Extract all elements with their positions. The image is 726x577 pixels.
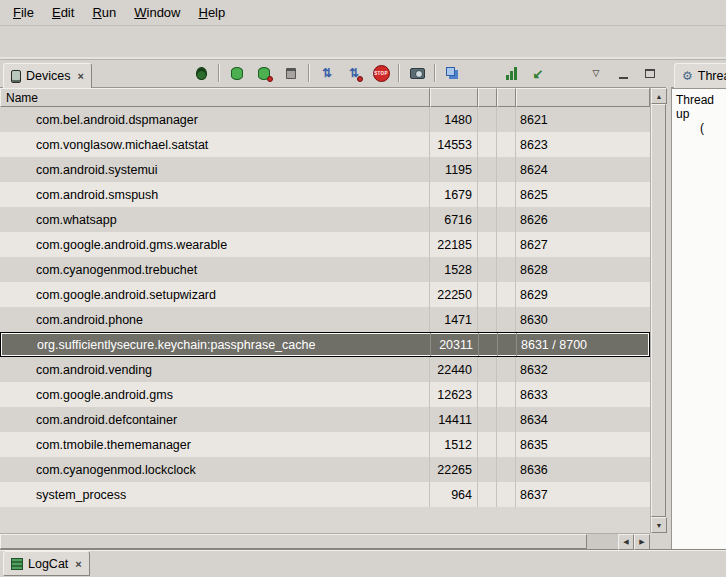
menu-run[interactable]: Run bbox=[83, 0, 125, 25]
horizontal-scroll-area: ◀ ▶ bbox=[0, 533, 666, 549]
update-threads-button[interactable]: ⇅ bbox=[317, 63, 337, 83]
devices-view: Devices × bbox=[0, 60, 666, 549]
table-row[interactable]: com.cyanogenmod.lockclock222658636 bbox=[0, 457, 650, 482]
tab-devices-label: Devices bbox=[26, 69, 70, 83]
process-port: 8636 bbox=[516, 457, 650, 482]
camera-icon bbox=[410, 68, 425, 79]
status-cell bbox=[478, 407, 497, 432]
bars-icon bbox=[506, 67, 517, 80]
scroll-up-button[interactable]: ▲ bbox=[651, 88, 667, 104]
tab-logcat[interactable]: LogCat × bbox=[3, 551, 90, 576]
scroll-left-button[interactable]: ◀ bbox=[618, 534, 634, 550]
opengl-trace-button[interactable]: ↙ bbox=[528, 63, 548, 83]
process-table: Name com.bel.android.dspmanager14808621c… bbox=[0, 88, 666, 533]
vertical-scrollbar[interactable]: ▲ ▼ bbox=[650, 88, 666, 533]
table-header: Name bbox=[0, 88, 650, 107]
table-row[interactable]: com.bel.android.dspmanager14808621 bbox=[0, 107, 650, 132]
status-cell bbox=[478, 132, 497, 157]
threads-view: ⚙ Threads Thread up ( bbox=[671, 60, 726, 549]
process-name: com.cyanogenmod.lockclock bbox=[0, 457, 430, 482]
threads-message-line2: ( bbox=[700, 121, 726, 135]
table-row[interactable]: system_process9648637 bbox=[0, 482, 650, 507]
update-threads-icon: ⇅ bbox=[322, 67, 332, 79]
table-row[interactable]: com.google.android.setupwizard222508629 bbox=[0, 282, 650, 307]
horizontal-scrollbar[interactable]: ◀ ▶ bbox=[0, 533, 650, 549]
update-heap-button[interactable] bbox=[227, 63, 247, 83]
column-header-status2[interactable] bbox=[497, 88, 516, 107]
table-row[interactable]: com.google.android.gms.wearable221858627 bbox=[0, 232, 650, 257]
process-pid: 964 bbox=[430, 482, 478, 507]
tab-threads[interactable]: ⚙ Threads bbox=[674, 63, 726, 88]
status-cell bbox=[478, 482, 497, 507]
status-cell bbox=[478, 307, 497, 332]
column-header-pid[interactable] bbox=[430, 88, 478, 107]
logcat-icon bbox=[11, 558, 23, 570]
hprof-dot-icon bbox=[267, 76, 273, 82]
main-toolbar-strip bbox=[0, 26, 726, 60]
stop-icon: STOP bbox=[373, 65, 390, 82]
process-port: 8630 bbox=[516, 307, 650, 332]
table-row[interactable]: com.cyanogenmod.trebuchet15288628 bbox=[0, 257, 650, 282]
table-row[interactable]: com.android.vending224408632 bbox=[0, 357, 650, 382]
process-name: com.bel.android.dspmanager bbox=[0, 107, 430, 132]
minimize-button[interactable] bbox=[613, 63, 633, 83]
horizontal-scroll-thumb[interactable] bbox=[0, 534, 587, 549]
column-header-port[interactable] bbox=[516, 88, 650, 107]
table-row[interactable]: com.tmobile.thememanager15128635 bbox=[0, 432, 650, 457]
table-row[interactable]: com.android.defcontainer144118634 bbox=[0, 407, 650, 432]
vertical-scroll-track[interactable] bbox=[651, 104, 666, 517]
table-row[interactable]: com.android.smspush16798625 bbox=[0, 182, 650, 207]
table-row[interactable]: com.google.android.gms126238633 bbox=[0, 382, 650, 407]
view-hierarchy-button[interactable] bbox=[443, 63, 463, 83]
screen-capture-button[interactable] bbox=[407, 63, 427, 83]
process-port: 8637 bbox=[516, 482, 650, 507]
table-row[interactable]: com.android.systemui11958624 bbox=[0, 157, 650, 182]
close-icon[interactable]: × bbox=[73, 558, 81, 570]
table-row[interactable]: com.vonglasow.michael.satstat145538623 bbox=[0, 132, 650, 157]
process-name: system_process bbox=[0, 482, 430, 507]
menu-file[interactable]: File bbox=[4, 0, 43, 25]
process-name: com.tmobile.thememanager bbox=[0, 432, 430, 457]
tab-devices[interactable]: Devices × bbox=[3, 63, 92, 88]
up-arrow-icon: ▲ bbox=[656, 93, 663, 100]
status-cell bbox=[497, 207, 516, 232]
table-row[interactable]: com.android.phone14718630 bbox=[0, 307, 650, 332]
column-header-name[interactable]: Name bbox=[0, 88, 430, 107]
dump-hprof-button[interactable] bbox=[254, 63, 274, 83]
process-port: 8623 bbox=[516, 132, 650, 157]
status-cell bbox=[498, 333, 517, 356]
process-name: com.google.android.gms bbox=[0, 382, 430, 407]
debug-process-button[interactable] bbox=[191, 63, 211, 83]
vertical-scroll-thumb[interactable] bbox=[651, 104, 666, 517]
table-row[interactable]: org.sufficientlysecure.keychain:passphra… bbox=[0, 332, 650, 357]
status-cell bbox=[478, 457, 497, 482]
column-header-status1[interactable] bbox=[478, 88, 497, 107]
table-row[interactable]: com.whatsapp67168626 bbox=[0, 207, 650, 232]
process-pid: 1512 bbox=[430, 432, 478, 457]
threads-message: Thread up ( bbox=[671, 88, 726, 549]
status-cell bbox=[497, 407, 516, 432]
menu-edit[interactable]: Edit bbox=[43, 0, 83, 25]
toolbar-separator bbox=[398, 64, 400, 82]
threads-tabbar: ⚙ Threads bbox=[671, 60, 726, 88]
horizontal-scroll-track[interactable] bbox=[0, 534, 618, 549]
process-name: com.android.smspush bbox=[0, 182, 430, 207]
menu-help[interactable]: Help bbox=[189, 0, 234, 25]
cause-gc-button[interactable] bbox=[281, 63, 301, 83]
process-port: 8625 bbox=[516, 182, 650, 207]
process-name: com.android.vending bbox=[0, 357, 430, 382]
start-method-profiling-button[interactable]: ⇅ bbox=[344, 63, 364, 83]
close-icon[interactable]: × bbox=[75, 70, 83, 82]
view-menu-button[interactable]: ▽ bbox=[586, 63, 606, 83]
maximize-button[interactable] bbox=[640, 63, 660, 83]
stop-process-button[interactable]: STOP bbox=[371, 63, 391, 83]
scroll-down-button[interactable]: ▼ bbox=[651, 517, 667, 533]
scroll-right-button[interactable]: ▶ bbox=[634, 534, 650, 550]
process-name: com.google.android.gms.wearable bbox=[0, 232, 430, 257]
menu-window[interactable]: Window bbox=[125, 0, 189, 25]
process-name: com.google.android.setupwizard bbox=[0, 282, 430, 307]
process-pid: 14411 bbox=[430, 407, 478, 432]
systrace-button[interactable] bbox=[501, 63, 521, 83]
trash-icon bbox=[286, 68, 296, 79]
process-pid: 14553 bbox=[430, 132, 478, 157]
